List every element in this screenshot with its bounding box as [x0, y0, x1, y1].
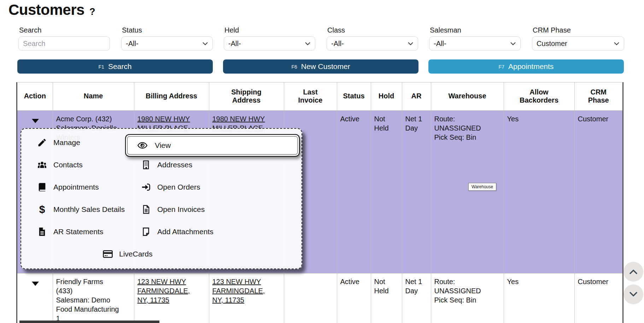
- menu-item-open-invoices[interactable]: Open Invoices: [125, 204, 301, 215]
- menu-item-monthly-sales-details[interactable]: $ Monthly Sales Details: [21, 204, 125, 215]
- menu-item-addresses[interactable]: Addresses: [125, 160, 301, 170]
- cell-warehouse: Route: UNASSIGNED Pick Seq: Bin: [431, 273, 504, 323]
- search-button[interactable]: F1 Search: [17, 59, 213, 74]
- cell-ar: Net 1Day: [402, 110, 431, 273]
- cell-billing-address: 123 NEW HWY FARMINGDALE, NY, 11735: [134, 273, 209, 323]
- class-label: Class: [327, 26, 418, 34]
- appointments-button[interactable]: F7 Appointments: [428, 59, 624, 74]
- building-icon: [141, 160, 151, 170]
- chevron-down-icon: [629, 292, 638, 297]
- col-header-last-invoice: LastInvoice: [284, 82, 337, 110]
- cell-allow-backorders: Yes: [504, 273, 574, 323]
- menu-item-label: Add Attachments: [157, 227, 213, 236]
- billing-address-link[interactable]: 123 NEW HWY FARMINGDALE, NY, 11735: [137, 277, 207, 305]
- status-select-value: -All-: [126, 40, 139, 48]
- col-header-action: Action: [17, 82, 53, 110]
- sign-in-icon: [141, 182, 151, 192]
- col-header-name: Name: [53, 82, 134, 110]
- menu-item-livecards[interactable]: LiveCards: [21, 249, 153, 259]
- table-bottom-edge: [19, 321, 159, 323]
- filter-search: Search: [18, 26, 110, 51]
- status-select[interactable]: -All-: [121, 36, 213, 51]
- scroll-down-button[interactable]: [623, 284, 643, 304]
- held-select[interactable]: -All-: [224, 36, 315, 51]
- cell-crm-phase: Customer: [574, 110, 622, 273]
- class-select-value: -All-: [331, 40, 344, 48]
- book-icon: [37, 182, 47, 192]
- appointments-button-label: Appointments: [508, 62, 554, 71]
- salesman-label: Salesman: [430, 26, 521, 34]
- table-header-row: Action Name Billing Address ShippingAddr…: [17, 82, 622, 110]
- cell-hold: NotHeld: [371, 110, 402, 273]
- search-button-label: Search: [108, 62, 132, 71]
- cell-last-invoice: [284, 273, 337, 323]
- status-label: Status: [122, 26, 213, 34]
- customers-page: Customers ? Search Status -All- Held -Al…: [0, 0, 644, 323]
- salesman-select[interactable]: -All-: [429, 36, 521, 51]
- col-header-status: Status: [337, 82, 371, 110]
- menu-item-label: LiveCards: [119, 250, 153, 258]
- cell-hold: NotHeld: [371, 273, 402, 323]
- crm-phase-select-value: Customer: [537, 40, 567, 48]
- shipping-address-link[interactable]: 123 NEW HWY FARMINGDALE, NY, 11735: [212, 277, 282, 305]
- appointments-button-key: F7: [499, 64, 504, 70]
- crm-phase-select[interactable]: Customer: [532, 36, 624, 51]
- class-select[interactable]: -All-: [327, 36, 418, 51]
- filter-held: Held -All-: [224, 26, 315, 51]
- cell-crm-phase: Customer: [574, 273, 622, 323]
- chevron-up-icon: [629, 269, 638, 275]
- pencil-icon: [37, 137, 47, 148]
- menu-item-label: Manage: [53, 138, 80, 147]
- menu-item-add-attachments[interactable]: Add Attachments: [125, 226, 301, 237]
- col-header-warehouse: Warehouse: [431, 82, 504, 110]
- menu-item-manage[interactable]: Manage: [21, 137, 125, 148]
- dollar-icon: $: [37, 204, 47, 215]
- cell-status: Active: [337, 273, 371, 323]
- search-input[interactable]: [18, 36, 110, 51]
- cell-name: Friendly Farms (433) Salesman: Demo Food…: [53, 273, 134, 323]
- menu-item-contacts[interactable]: Contacts: [21, 160, 125, 170]
- cell-ar: Net 1Day: [402, 273, 431, 323]
- filter-status: Status -All-: [121, 26, 213, 51]
- file-lines-icon: [141, 204, 151, 215]
- salesman-select-value: -All-: [434, 40, 446, 48]
- new-customer-button-label: New Customer: [301, 62, 350, 71]
- chevron-down-icon: [305, 42, 311, 46]
- menu-item-label: Open Orders: [157, 183, 200, 191]
- contacts-icon: [37, 160, 47, 170]
- search-label: Search: [19, 26, 110, 34]
- col-header-allow-backorders: AllowBackorders: [504, 82, 574, 110]
- col-header-billing-address: Billing Address: [134, 82, 209, 110]
- help-icon[interactable]: ?: [89, 6, 95, 17]
- row-action-context-menu: Manage View Contacts Addresses: [21, 128, 302, 269]
- new-customer-button-key: F6: [291, 64, 297, 70]
- cell-shipping-address: 123 NEW HWY FARMINGDALE, NY, 11735: [209, 273, 284, 323]
- filter-crm-phase: CRM Phase Customer: [532, 26, 624, 51]
- table-row-friendly-farms: Friendly Farms (433) Salesman: Demo Food…: [17, 273, 622, 323]
- action-menu-icon[interactable]: [32, 119, 39, 123]
- menu-item-label: Appointments: [53, 183, 99, 191]
- credit-card-icon: [103, 249, 113, 259]
- menu-item-open-orders[interactable]: Open Orders: [125, 182, 301, 192]
- new-customer-button[interactable]: F6 New Customer: [223, 59, 418, 74]
- col-header-ar: AR: [402, 82, 431, 110]
- filter-salesman: Salesman -All-: [429, 26, 521, 51]
- scroll-up-button[interactable]: [623, 262, 643, 282]
- menu-item-label: Contacts: [53, 161, 83, 169]
- menu-item-appointments[interactable]: Appointments: [21, 182, 125, 192]
- held-select-value: -All-: [228, 40, 241, 48]
- chevron-down-icon: [510, 42, 516, 46]
- held-label: Held: [224, 26, 315, 34]
- crm-phase-label: CRM Phase: [533, 26, 624, 34]
- menu-item-label: View: [155, 141, 171, 150]
- menu-item-label: AR Statements: [53, 227, 103, 236]
- menu-item-label: Open Invoices: [157, 205, 205, 214]
- action-menu-icon[interactable]: [32, 282, 39, 286]
- warehouse-tooltip: Warehouse: [468, 183, 496, 191]
- file-blank-icon: [141, 226, 151, 237]
- col-header-hold: Hold: [371, 82, 402, 110]
- menu-item-ar-statements[interactable]: AR Statements: [21, 226, 125, 237]
- col-header-crm-phase: CRMPhase: [574, 82, 622, 110]
- titlebar: Customers ?: [8, 1, 95, 18]
- search-button-key: F1: [99, 64, 104, 70]
